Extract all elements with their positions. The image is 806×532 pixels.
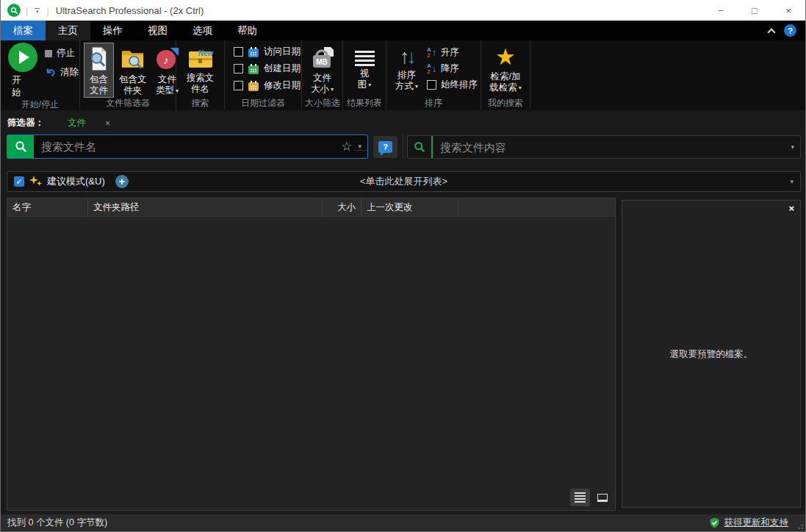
file-size-button[interactable]: MB 文件大小▾ [307,43,338,98]
results-list-body[interactable] [7,217,615,510]
add-filter-button[interactable]: + [115,175,129,188]
help-icon[interactable]: ? [784,24,796,37]
stop-button[interactable]: 停止 [45,47,79,60]
suggestion-mode-label: 建议模式(&U) [47,175,105,188]
quick-access-dropdown-icon[interactable]: ▾ [33,8,41,13]
sort-arrows-icon: ↑↓ [400,46,414,68]
preview-pane-toggle[interactable] [592,489,612,506]
content-history-caret-icon[interactable]: ▾ [788,143,800,151]
divider [403,134,403,159]
results-summary: 找到 0 个文件 (0 字节数) [7,517,107,529]
always-sort-checkbox-row[interactable]: 始终排序 [427,79,478,91]
play-icon [8,43,37,72]
group-label: 开始/停止 [1,99,79,110]
group-label: 文件筛选器 [80,98,176,110]
group-label: 日期过滤器 [225,98,301,110]
maximize-button[interactable]: □ [738,0,771,21]
titlebar-divider: | [46,5,48,16]
preview-pane-icon [597,494,608,502]
clear-button[interactable]: 清除 [45,66,79,79]
filter-bar: 筛选器： 文件 × [7,117,110,129]
expand-list-caret-icon[interactable]: ▾ [790,178,794,185]
column-header-size[interactable]: 大小 [323,198,361,216]
tab-view[interactable]: 视图 [135,21,180,40]
access-date-checkbox[interactable] [234,47,243,57]
start-button[interactable]: 开 始 [8,43,37,99]
modify-date-checkbox-row[interactable]: 修改日期 [234,79,301,92]
tab-help[interactable]: 帮助 [225,21,270,40]
ribbon-group-my-search: ★ 检索/加载检索▾ 我的搜索 [481,40,530,110]
column-header-name[interactable]: 名字 [7,198,88,216]
details-view-icon [575,492,586,503]
dropdown-caret-icon: ▾ [368,82,371,88]
calendar-icon [248,80,259,92]
tab-options[interactable]: 选项 [180,21,225,40]
search-icon[interactable] [7,135,34,158]
start-label: 开 [12,74,37,87]
column-header-folder-path[interactable]: 文件夹路径 [88,198,323,216]
filter-bar-label: 筛选器： [7,117,44,129]
mb-weight-icon: MB [310,46,335,71]
ribbon: 开 始 停止 清除 开始/停止 [1,40,805,110]
collapse-ribbon-icon[interactable] [767,28,775,36]
search-filename-button[interactable]: New 搜索文件名 [183,43,218,98]
access-date-checkbox-row[interactable]: 访问日期 [234,46,301,58]
titlebar-divider: | [26,5,28,16]
modify-date-checkbox[interactable] [234,81,243,90]
preview-close-icon[interactable]: × [788,203,794,214]
include-folders-button[interactable]: 包含文件夹 [116,43,150,98]
minimize-button[interactable]: − [704,0,738,21]
tab-home[interactable]: 主页 [46,21,90,40]
sort-by-button[interactable]: ↑↓ 排序方式▾ [392,43,421,98]
column-header-empty [458,198,615,216]
load-search-button[interactable]: ★ 检索/加载检索▾ [486,43,525,98]
suggestion-mode-bar[interactable]: ✓ 建议模式(&U) + <单击此处展开列表> ▾ [7,171,801,192]
details-view-toggle[interactable] [570,489,590,506]
dropdown-caret-icon: ▾ [519,85,522,91]
group-label: 结果列表 [343,98,386,110]
ribbon-group-result-list: 视图▾ 结果列表 [343,40,386,110]
active-filter-tab[interactable]: 文件 [68,117,86,129]
calendar-icon [248,46,259,58]
group-label: 排序 [386,98,481,110]
update-support-link[interactable]: 获得更新和支持 [724,517,789,529]
include-files-button[interactable]: 包含文件 [84,43,114,98]
titlebar: | ▾ | UltraSearch Professional - (2x Ctr… [1,0,805,21]
tab-file[interactable]: 檔案 [1,21,46,40]
create-date-checkbox-row[interactable]: 创建日期 [234,62,301,75]
folder-magnifier-icon [120,46,145,72]
view-toggles [570,489,612,506]
favorite-star-icon[interactable]: ☆ [341,139,352,154]
shield-check-icon [709,517,720,528]
star-icon: ★ [495,46,516,69]
search-help-button[interactable]: ? [373,136,397,158]
tab-actions[interactable]: 操作 [90,21,135,40]
results-list-panel: 名字 文件夹路径 大小 上一次更改 [7,198,616,511]
statusbar: 找到 0 个文件 (0 字节数) 获得更新和支持 [1,514,805,531]
calendar-icon [248,63,259,75]
resize-grip[interactable] [802,528,803,529]
content-search-input[interactable] [433,141,788,154]
create-date-checkbox[interactable] [234,64,243,73]
close-button[interactable]: × [771,0,805,21]
dropdown-caret-icon: ▾ [415,83,418,90]
svg-text:MB: MB [316,58,328,66]
start-label: 始 [12,87,37,99]
suggestion-mode-checkbox[interactable]: ✓ [14,176,24,187]
sort-ascending-button[interactable]: AZ↑ 升序 [427,46,478,59]
file-magnifier-icon [87,46,111,72]
group-label: 我的搜索 [481,98,530,110]
group-label: 搜索 [176,98,224,110]
search-history-caret-icon[interactable]: ▾ [355,143,367,151]
column-header-last-modified[interactable]: 上一次更改 [361,198,458,216]
az-ascending-icon: AZ↑ [427,47,436,59]
view-button[interactable]: 视图▾ [352,43,378,98]
sort-descending-button[interactable]: AZ↓ 降序 [427,62,478,75]
window-controls: − □ × [704,0,805,21]
filename-search-input[interactable] [34,140,341,153]
stop-icon [45,50,52,57]
filter-close-icon[interactable]: × [105,118,110,129]
window-title: UltraSearch Professional - (2x Ctrl) [56,5,204,16]
ribbon-tabbar: 檔案 主页 操作 视图 选项 帮助 ? [1,21,805,40]
always-sort-checkbox[interactable] [427,80,436,90]
